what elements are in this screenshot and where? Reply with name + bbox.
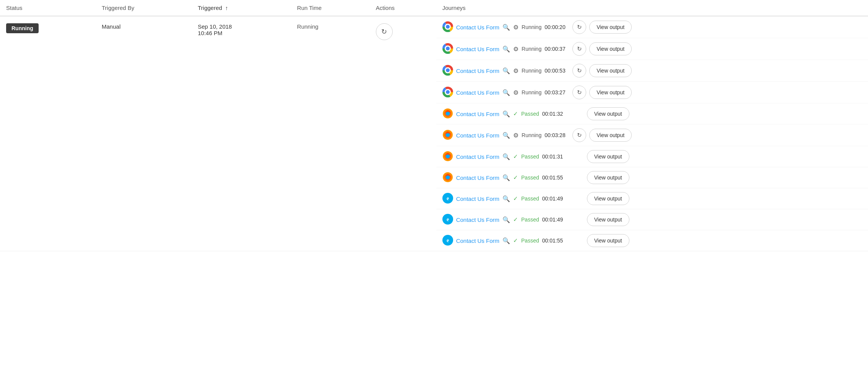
actions-cell: ↻	[370, 16, 436, 251]
status-running: Running	[522, 68, 541, 74]
journey-link[interactable]: Contact Us Form	[456, 154, 499, 160]
search-icon[interactable]: 🔍	[502, 24, 510, 31]
table-row: RunningManualSep 10, 201810:46 PMRunning…	[0, 16, 868, 251]
browser-icon	[442, 108, 453, 120]
journey-link[interactable]: Contact Us Form	[456, 196, 499, 202]
view-output-button[interactable]: View output	[587, 107, 629, 120]
journey-row: Contact Us Form 🔍 ✓ Passed 00:01:31 View…	[436, 146, 868, 167]
search-icon[interactable]: 🔍	[502, 110, 510, 118]
header-triggered[interactable]: Triggered ↑	[192, 0, 291, 16]
header-status: Status	[0, 0, 96, 16]
runtime-value: 00:01:49	[542, 217, 567, 223]
view-output-button[interactable]: View output	[589, 21, 632, 34]
status-running: Running	[522, 132, 541, 138]
header-triggered-label: Triggered	[198, 5, 222, 11]
runtime-value: 00:03:28	[545, 132, 569, 138]
svg-text:e: e	[447, 217, 449, 222]
search-icon[interactable]: 🔍	[502, 174, 510, 181]
view-output-button[interactable]: View output	[587, 171, 629, 184]
svg-point-8	[446, 68, 450, 72]
journey-row: Contact Us Form 🔍 ⚙ Running 00:03:28 ↻ V…	[436, 124, 868, 146]
status-running: Running	[522, 89, 541, 95]
view-output-button[interactable]: View output	[587, 192, 629, 205]
search-icon[interactable]: 🔍	[502, 45, 510, 53]
status-badge: Running	[6, 23, 39, 33]
browser-icon: e	[442, 214, 453, 226]
browser-icon	[442, 21, 453, 33]
search-icon[interactable]: 🔍	[502, 153, 510, 160]
journey-row: Contact Us Form 🔍 ✓ Passed 00:01:55 View…	[436, 167, 868, 188]
runtime-value: 00:01:31	[542, 154, 567, 160]
status-passed: Passed	[521, 111, 539, 117]
status-passed: Passed	[521, 217, 539, 223]
status-cell: Running	[0, 16, 96, 251]
journey-link[interactable]: Contact Us Form	[456, 68, 499, 74]
search-icon[interactable]: 🔍	[502, 216, 510, 223]
search-icon[interactable]: 🔍	[502, 237, 510, 244]
search-icon[interactable]: 🔍	[502, 67, 510, 74]
browser-icon: e	[442, 193, 453, 205]
journey-link[interactable]: Contact Us Form	[456, 24, 499, 31]
journey-link[interactable]: Contact Us Form	[456, 46, 499, 52]
triggered-date-value: Sep 10, 201810:46 PM	[198, 23, 232, 36]
journey-link[interactable]: Contact Us Form	[456, 111, 499, 117]
status-running: Running	[522, 24, 541, 30]
gear-icon: ⚙	[513, 45, 519, 53]
journey-row: e Contact Us Form 🔍 ✓ Passed 00:01:49 Vi…	[436, 209, 868, 230]
status-passed: Passed	[521, 238, 539, 244]
browser-icon	[442, 43, 453, 55]
journey-link[interactable]: Contact Us Form	[456, 217, 499, 223]
gear-icon: ⚙	[513, 132, 519, 139]
view-output-button[interactable]: View output	[589, 86, 632, 99]
journey-link[interactable]: Contact Us Form	[456, 238, 499, 244]
status-passed: Passed	[521, 196, 539, 202]
check-icon: ✓	[513, 195, 518, 202]
runtime-value: 00:03:27	[545, 89, 569, 95]
svg-text:e: e	[447, 238, 449, 243]
journey-row: Contact Us Form 🔍 ⚙ Running 00:03:27 ↻ V…	[436, 82, 868, 103]
triggered-date-cell: Sep 10, 201810:46 PM	[192, 16, 291, 251]
refresh-button-small[interactable]: ↻	[572, 128, 586, 142]
runtime-value: 00:01:32	[542, 111, 567, 117]
refresh-button-small[interactable]: ↻	[572, 42, 586, 56]
triggered-by-cell: Manual	[96, 16, 192, 251]
journey-row: Contact Us Form 🔍 ⚙ Running 00:00:53 ↻ V…	[436, 60, 868, 82]
triggered-by-value: Manual	[102, 23, 120, 30]
check-icon: ✓	[513, 237, 518, 244]
runtime-value: 00:01:55	[542, 238, 567, 244]
search-icon[interactable]: 🔍	[502, 89, 510, 96]
header-run-time: Run Time	[291, 0, 370, 16]
journey-row: Contact Us Form 🔍 ⚙ Running 00:00:20 ↻ V…	[436, 16, 868, 38]
status-passed: Passed	[521, 154, 539, 160]
svg-text:e: e	[447, 196, 449, 201]
check-icon: ✓	[513, 216, 518, 223]
journey-link[interactable]: Contact Us Form	[456, 132, 499, 139]
refresh-button-small[interactable]: ↻	[572, 86, 586, 99]
browser-icon: e	[442, 235, 453, 247]
browser-icon	[442, 87, 453, 99]
browser-icon	[442, 172, 453, 184]
view-output-button[interactable]: View output	[587, 213, 629, 226]
journeys-cell: Contact Us Form 🔍 ⚙ Running 00:00:20 ↻ V…	[436, 16, 868, 251]
runs-table: Status Triggered By Triggered ↑ Run Time…	[0, 0, 868, 251]
browser-icon	[442, 65, 453, 77]
view-output-button[interactable]: View output	[587, 150, 629, 163]
run-time-value: Running	[297, 23, 319, 30]
status-running: Running	[522, 46, 541, 52]
gear-icon: ⚙	[513, 67, 519, 74]
view-output-button[interactable]: View output	[589, 129, 632, 142]
refresh-button-small[interactable]: ↻	[572, 64, 586, 78]
svg-point-5	[446, 47, 450, 50]
search-icon[interactable]: 🔍	[502, 195, 510, 202]
refresh-button-small[interactable]: ↻	[572, 20, 586, 34]
runtime-value: 00:00:53	[545, 68, 569, 74]
view-output-button[interactable]: View output	[589, 64, 632, 77]
journey-row: e Contact Us Form 🔍 ✓ Passed 00:01:55 Vi…	[436, 230, 868, 251]
journey-link[interactable]: Contact Us Form	[456, 175, 499, 181]
view-output-button[interactable]: View output	[587, 234, 629, 247]
refresh-button-main[interactable]: ↻	[376, 23, 393, 40]
view-output-button[interactable]: View output	[589, 42, 632, 55]
journey-link[interactable]: Contact Us Form	[456, 89, 499, 96]
search-icon[interactable]: 🔍	[502, 132, 510, 139]
check-icon: ✓	[513, 110, 518, 117]
